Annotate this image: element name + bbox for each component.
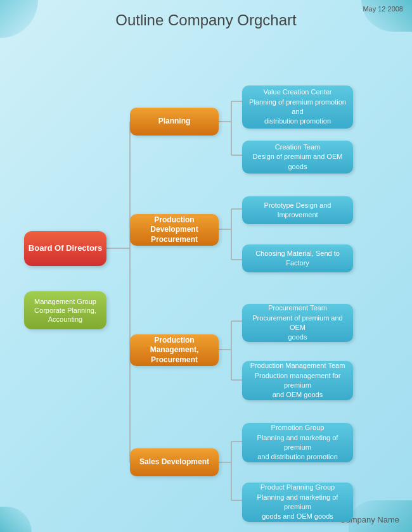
procurement-team-label: Procurement Team Procurement of premium … bbox=[247, 303, 348, 343]
choosing-material-box: Choosing Material, Send to Factory bbox=[242, 244, 353, 272]
planning-box: Planning bbox=[130, 108, 219, 136]
prod-mgmt-team-box: Production Management Team Production ma… bbox=[242, 361, 353, 400]
prod-mgmt-label: Production Management, Procurement bbox=[134, 336, 215, 365]
creation-team-label: Creation Team Design of premium and OEM … bbox=[247, 142, 348, 172]
promo-group-box: Promotion Group Planning and marketing o… bbox=[242, 423, 353, 462]
management-group-box: Management Group Corporate Planning, Acc… bbox=[24, 291, 106, 329]
value-creation-label: Value Creation Center Planning of premiu… bbox=[247, 87, 348, 127]
prod-dev-label: Production Development Procurement bbox=[134, 215, 215, 245]
corner-decoration-bl bbox=[0, 507, 32, 532]
orgchart-container: Board Of Directors Management Group Corp… bbox=[13, 44, 406, 510]
planning-label: Planning bbox=[158, 117, 191, 127]
page-title: Outline Company Orgchart bbox=[0, 11, 412, 32]
mgmt-label: Management Group Corporate Planning, Acc… bbox=[34, 297, 96, 324]
corner-decoration-tl bbox=[0, 0, 38, 38]
choosing-material-label: Choosing Material, Send to Factory bbox=[247, 249, 348, 269]
procurement-team-box: Procurement Team Procurement of premium … bbox=[242, 304, 353, 342]
creation-team-box: Creation Team Design of premium and OEM … bbox=[242, 141, 353, 174]
board-label: Board Of Directors bbox=[29, 243, 102, 254]
prod-dev-box: Production Development Procurement bbox=[130, 214, 219, 246]
prod-mgmt-box: Production Management, Procurement bbox=[130, 334, 219, 366]
prototype-box: Prototype Design and Improvement bbox=[242, 196, 353, 224]
promo-group-label: Promotion Group Planning and marketing o… bbox=[247, 423, 348, 462]
sales-dev-label: Sales Development bbox=[139, 457, 209, 467]
prod-mgmt-team-label: Production Management Team Production ma… bbox=[247, 361, 348, 400]
product-planning-label: Product Planning Group Planning and mark… bbox=[247, 483, 348, 522]
sales-dev-box: Sales Development bbox=[130, 448, 219, 476]
value-creation-box: Value Creation Center Planning of premiu… bbox=[242, 86, 353, 129]
board-of-directors-box: Board Of Directors bbox=[24, 231, 106, 266]
date-label: May 12 2008 bbox=[363, 5, 403, 13]
product-planning-box: Product Planning Group Planning and mark… bbox=[242, 483, 353, 522]
prototype-label: Prototype Design and Improvement bbox=[247, 201, 348, 220]
